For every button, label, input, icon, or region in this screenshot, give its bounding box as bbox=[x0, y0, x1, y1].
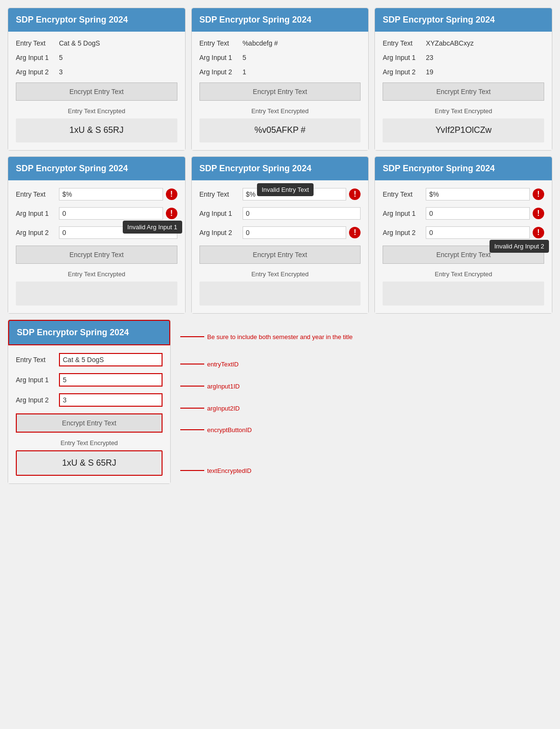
ann-arrow-arg2 bbox=[180, 408, 204, 409]
ann-result-label: Entry Text Encrypted bbox=[16, 439, 163, 447]
ann-arg2-input[interactable] bbox=[59, 393, 163, 407]
ann-arrow-btn bbox=[180, 429, 204, 430]
entry-text-value: %abcdefg # bbox=[243, 39, 361, 47]
arg2-row: Arg Input 2 ! bbox=[199, 226, 361, 239]
arg2-value: 1 bbox=[243, 68, 361, 76]
arg2-input[interactable] bbox=[426, 226, 530, 239]
annotation-result: textEncryptedID bbox=[180, 459, 353, 482]
card-row1-col2: SDP Encryptor Spring 2024 Entry Text %ab… bbox=[191, 8, 369, 151]
entry-text-label: Entry Text bbox=[383, 39, 426, 47]
arg1-input[interactable] bbox=[426, 207, 530, 220]
encrypt-button[interactable]: Encrypt Entry Text bbox=[199, 246, 361, 264]
card-body: Entry Text ! Invalid Entry Text Arg Inpu… bbox=[192, 180, 369, 313]
arg1-row: Arg Input 1 5 bbox=[199, 54, 361, 61]
result-value bbox=[383, 282, 544, 306]
entry-text-input[interactable] bbox=[426, 188, 530, 200]
entry-text-row: Entry Text ! Invalid Entry Text bbox=[199, 188, 361, 200]
ann-text-entry: entryTextID bbox=[207, 361, 239, 368]
result-label: Entry Text Encrypted bbox=[16, 107, 177, 115]
card-body: Entry Text XYZabcABCxyz Arg Input 1 23 A… bbox=[375, 32, 552, 150]
error-icon-arg1: ! bbox=[166, 208, 177, 219]
entry-text-row: Entry Text Cat & 5 DogS bbox=[16, 39, 177, 47]
error-icon-arg2: ! bbox=[533, 227, 544, 238]
card-row2-col3: SDP Encryptor Spring 2024 Entry Text ! A… bbox=[374, 156, 552, 314]
result-value: 1xU & S 65RJ bbox=[16, 118, 177, 142]
invalid-arg1-tooltip: Invalid Arg Input 1 bbox=[123, 221, 182, 234]
arg2-row: Arg Input 2 ! Invalid Arg Input 2 bbox=[383, 226, 544, 239]
entry-text-row: Entry Text ! bbox=[16, 188, 177, 200]
ann-arrow-arg1 bbox=[180, 386, 204, 387]
card-row1-col1: SDP Encryptor Spring 2024 Entry Text Cat… bbox=[8, 8, 186, 151]
row1-grid: SDP Encryptor Spring 2024 Entry Text Cat… bbox=[8, 8, 552, 151]
entry-text-label: Entry Text bbox=[16, 190, 59, 198]
arg2-label: Arg Input 2 bbox=[16, 68, 59, 76]
entry-text-row: Entry Text XYZabcABCxyz bbox=[383, 39, 544, 47]
ann-text-arg2: argInput2ID bbox=[207, 405, 240, 412]
card-body: Entry Text ! Arg Input 1 ! Arg Input 2 !… bbox=[375, 180, 552, 313]
ann-arg2-row: Arg Input 2 bbox=[16, 393, 163, 407]
error-icon-entry: ! bbox=[349, 188, 361, 200]
entry-text-input[interactable] bbox=[59, 188, 163, 200]
annotated-body: Entry Text Arg Input 1 Arg Input 2 Encry… bbox=[8, 345, 170, 483]
arg1-row: Arg Input 1 5 bbox=[16, 54, 177, 61]
entry-text-label: Entry Text bbox=[199, 39, 243, 47]
card-row2-col1: SDP Encryptor Spring 2024 Entry Text ! A… bbox=[8, 156, 186, 314]
arg1-label: Arg Input 1 bbox=[16, 54, 59, 61]
encrypt-button[interactable]: Encrypt Entry Text bbox=[199, 82, 361, 101]
entry-text-value: Cat & 5 DogS bbox=[59, 39, 177, 47]
card-body: Entry Text %abcdefg # Arg Input 1 5 Arg … bbox=[192, 32, 369, 150]
ann-text-btn: encryptButtonID bbox=[207, 426, 252, 434]
entry-text-row: Entry Text ! bbox=[383, 188, 544, 200]
ann-encrypt-button[interactable]: Encrypt Entry Text bbox=[16, 413, 163, 433]
arg1-input[interactable] bbox=[59, 207, 163, 220]
card-header: SDP Encryptor Spring 2024 bbox=[192, 157, 369, 180]
arg1-label: Arg Input 1 bbox=[199, 210, 243, 217]
arg1-row: Arg Input 1 ! Invalid Arg Input 1 bbox=[16, 207, 177, 220]
result-value bbox=[16, 282, 177, 306]
arg1-label: Arg Input 1 bbox=[199, 54, 243, 61]
arg1-value: 5 bbox=[243, 54, 361, 61]
encrypt-button[interactable]: Encrypt Entry Text bbox=[383, 82, 544, 101]
arg1-row: Arg Input 1 23 bbox=[383, 54, 544, 61]
encrypt-button[interactable]: Encrypt Entry Text bbox=[16, 82, 177, 101]
ann-text-arg1: argInput1ID bbox=[207, 383, 240, 390]
card-header: SDP Encryptor Spring 2024 bbox=[8, 157, 185, 180]
ann-arrow-header bbox=[180, 336, 204, 337]
arg2-row: Arg Input 2 3 bbox=[16, 68, 177, 76]
annotation-entry: entryTextID bbox=[180, 353, 353, 375]
ann-entry-label: Entry Text bbox=[16, 356, 59, 364]
ann-arg1-input[interactable] bbox=[59, 373, 163, 387]
result-label: Entry Text Encrypted bbox=[16, 270, 177, 278]
card-header: SDP Encryptor Spring 2024 bbox=[375, 8, 552, 32]
arg1-label: Arg Input 1 bbox=[16, 210, 59, 217]
arg2-value: 19 bbox=[426, 68, 544, 76]
arg1-row: Arg Input 1 bbox=[199, 207, 361, 220]
card-body: Entry Text Cat & 5 DogS Arg Input 1 5 Ar… bbox=[8, 32, 185, 150]
result-value: YvIf2P1OlCZw bbox=[383, 118, 544, 142]
ann-entry-input[interactable] bbox=[59, 353, 163, 366]
invalid-arg2-tooltip: Invalid Arg Input 2 bbox=[490, 240, 549, 253]
annotation-arg1: argInput1ID bbox=[180, 375, 353, 397]
arg2-row: Arg Input 2 1 bbox=[199, 68, 361, 76]
result-label: Entry Text Encrypted bbox=[383, 107, 544, 115]
arg2-label: Arg Input 2 bbox=[199, 229, 243, 236]
arg2-label: Arg Input 2 bbox=[383, 229, 426, 236]
ann-arg2-label: Arg Input 2 bbox=[16, 396, 59, 404]
arg2-input[interactable] bbox=[243, 226, 347, 239]
arg1-label: Arg Input 1 bbox=[383, 54, 426, 61]
ann-text-result: textEncryptedID bbox=[207, 467, 252, 474]
annotation-header: Be sure to include both semester and yea… bbox=[180, 324, 353, 349]
annotation-btn: encryptButtonID bbox=[180, 419, 353, 440]
encrypt-button[interactable]: Encrypt Entry Text bbox=[16, 246, 177, 264]
ann-spacer bbox=[180, 440, 353, 454]
invalid-entry-tooltip: Invalid Entry Text bbox=[257, 183, 314, 196]
card-row2-col2: SDP Encryptor Spring 2024 Entry Text ! I… bbox=[191, 156, 369, 314]
arg1-row: Arg Input 1 ! bbox=[383, 207, 544, 220]
card-header: SDP Encryptor Spring 2024 bbox=[8, 8, 185, 32]
arg2-label: Arg Input 2 bbox=[383, 68, 426, 76]
arg1-value: 5 bbox=[59, 54, 177, 61]
arg1-input[interactable] bbox=[243, 207, 361, 220]
entry-text-row: Entry Text %abcdefg # bbox=[199, 39, 361, 47]
result-value: %v05AFKP # bbox=[199, 118, 361, 142]
arg1-value: 23 bbox=[426, 54, 544, 61]
